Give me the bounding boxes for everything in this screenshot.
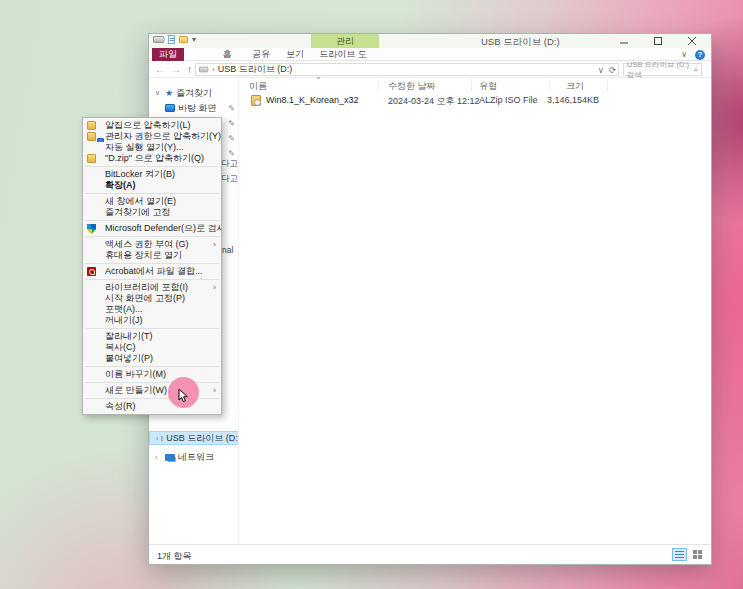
tab-share[interactable]: 공유 xyxy=(245,48,277,61)
context-menu: 알집으로 압축하기(L)관리자 권한으로 압축하기(Y)자동 실행 열기(Y).… xyxy=(82,117,222,415)
tab-file[interactable]: 파일 xyxy=(152,48,184,61)
column-header-name[interactable]: 이름 xyxy=(249,80,267,93)
menu-item-label: Acrobat에서 파일 결합... xyxy=(105,266,203,276)
menu-item-eject[interactable]: 꺼내기(J) xyxy=(83,315,221,326)
column-header-type[interactable]: 유형 xyxy=(479,80,497,93)
file-size: 3,146,154KB xyxy=(539,95,599,105)
expand-chevron-icon[interactable]: › xyxy=(156,435,158,442)
menu-item-expand[interactable]: 확장(A) xyxy=(83,180,221,191)
menu-item-label: 속성(R) xyxy=(105,401,136,411)
file-type: ALZip ISO File xyxy=(479,95,538,105)
desktop-label: 바탕 화면 xyxy=(178,102,217,115)
menu-item-label: 알집으로 압축하기(L) xyxy=(105,120,191,130)
column-divider[interactable] xyxy=(378,79,379,91)
file-list: ⌃ 이름 수정한 날짜 유형 크기 Win8.1_K_Korean_x32202… xyxy=(239,78,711,546)
menu-item-compress-as-admin[interactable]: 관리자 권한으로 압축하기(Y) xyxy=(83,131,221,142)
menu-item-cut[interactable]: 잘라내기(T) xyxy=(83,331,221,342)
breadcrumb-path[interactable]: USB 드라이브 (D:) xyxy=(218,63,293,76)
pin-icon: ✎ xyxy=(228,119,235,128)
menu-item-pin-to-start[interactable]: 시작 화면에 고정(P) xyxy=(83,293,221,304)
sidebar-item-desktop[interactable]: 바탕 화면 ✎ xyxy=(149,101,239,115)
maximize-button[interactable] xyxy=(641,34,675,48)
file-name: Win8.1_K_Korean_x32 xyxy=(266,95,359,105)
large-icons-view-button[interactable] xyxy=(690,548,705,561)
network-icon xyxy=(165,454,175,461)
menu-item-include-in-library[interactable]: 라이브러리에 포함(I)› xyxy=(83,282,221,293)
column-divider[interactable] xyxy=(471,79,472,91)
menu-item-paste[interactable]: 붙여넣기(P) xyxy=(83,353,221,364)
up-icon[interactable]: ↑ xyxy=(187,64,192,75)
help-icon[interactable]: ? xyxy=(695,50,705,60)
network-label: 네트워크 xyxy=(178,451,214,464)
properties-icon[interactable] xyxy=(168,35,175,44)
menu-item-open-in-new-window[interactable]: 새 창에서 열기(E) xyxy=(83,196,221,207)
status-bar: 1개 항목 xyxy=(149,544,711,564)
menu-item-rename[interactable]: 이름 바꾸기(M) xyxy=(83,369,221,380)
back-icon[interactable]: ← xyxy=(155,64,165,75)
column-headers: ⌃ 이름 수정한 날짜 유형 크기 xyxy=(239,78,711,92)
address-tools: ∨ ⟳ xyxy=(598,65,616,75)
minimize-button[interactable] xyxy=(607,34,641,48)
qat-customize-chevron-icon[interactable]: ▾ xyxy=(192,35,196,44)
menu-item-combine-files-in-acrobat[interactable]: Acrobat에서 파일 결합... xyxy=(83,266,221,277)
search-input[interactable]: USB 드라이브 (D:) 검색 ⌕ xyxy=(623,63,702,76)
menu-item-copy[interactable]: 복사(C) xyxy=(83,342,221,353)
quick-access-label: 즐겨찾기 xyxy=(176,87,212,100)
view-toggles xyxy=(672,548,705,561)
address-dropdown-icon[interactable]: ∨ xyxy=(598,65,604,75)
collapse-chevron-icon[interactable]: ∨ xyxy=(155,89,162,97)
menu-item-compress-with-alzip[interactable]: 알집으로 압축하기(L) xyxy=(83,120,221,131)
tab-view[interactable]: 보기 xyxy=(279,48,311,61)
menu-item-label: 라이브러리에 포함(I) xyxy=(105,282,188,292)
menu-item-label: 새로 만들기(W) xyxy=(105,385,167,395)
menu-item-turn-on-bitlocker[interactable]: BitLocker 켜기(B) xyxy=(83,169,221,180)
sidebar-item-fragment: 다고 xyxy=(221,173,238,185)
window-controls xyxy=(607,34,709,48)
submenu-arrow-icon: › xyxy=(213,385,216,396)
sidebar-item-fragment: 다고 xyxy=(221,158,238,170)
menu-item-label: 이름 바꾸기(M) xyxy=(105,369,166,379)
menu-item-new[interactable]: 새로 만들기(W)› xyxy=(83,385,221,396)
menu-item-properties[interactable]: 속성(R) xyxy=(83,401,221,412)
menu-item-scan-with-defender[interactable]: Microsoft Defender(으)로 검사... xyxy=(83,223,221,234)
table-row[interactable]: Win8.1_K_Korean_x322024-03-24 오후 12:12AL… xyxy=(239,93,711,107)
column-divider[interactable] xyxy=(549,79,550,91)
quick-access-star-icon: ★ xyxy=(165,89,173,98)
acrobat-icon xyxy=(87,267,96,276)
tab-drive-tools[interactable]: 드라이브 도구 xyxy=(317,48,369,61)
menu-item-label: 시작 화면에 고정(P) xyxy=(105,293,185,303)
pin-icon: ✎ xyxy=(228,104,235,113)
expand-ribbon-chevron-icon[interactable]: ∨ xyxy=(681,50,687,59)
alzip-admin-icon xyxy=(87,132,96,141)
breadcrumb[interactable]: › USB 드라이브 (D:) ∨ ⟳ xyxy=(195,63,619,76)
desktop-icon xyxy=(165,104,175,112)
manage-tab-group-label[interactable]: 관리 xyxy=(311,34,379,48)
menu-item-label: 새 창에서 열기(E) xyxy=(105,196,176,206)
menu-item-label: "D.zip" 으로 압축하기(Q) xyxy=(105,153,204,163)
column-divider[interactable] xyxy=(607,79,608,91)
menu-item-pin-to-quick-access[interactable]: 즐겨찾기에 고정 xyxy=(83,207,221,218)
sidebar-item-network[interactable]: › 네트워크 xyxy=(149,450,239,464)
forward-icon[interactable]: → xyxy=(171,64,181,75)
details-view-button[interactable] xyxy=(672,548,687,561)
expand-chevron-icon[interactable]: › xyxy=(155,454,162,461)
menu-item-give-access-to[interactable]: 액세스 권한 부여 (G)› xyxy=(83,239,221,250)
menu-item-open-as-portable-device[interactable]: 휴대용 장치로 열기 xyxy=(83,250,221,261)
menu-item-format[interactable]: 포맷(A)... xyxy=(83,304,221,315)
refresh-icon[interactable]: ⟳ xyxy=(609,65,616,75)
sidebar-item-quick-access[interactable]: ∨ ★ 즐겨찾기 xyxy=(149,86,239,100)
new-folder-icon[interactable] xyxy=(179,36,188,43)
tab-home[interactable]: 홈 xyxy=(211,48,243,61)
menu-item-label: 자동 실행 열기(Y)... xyxy=(105,142,184,152)
submenu-arrow-icon: › xyxy=(213,239,216,250)
column-header-size[interactable]: 크기 xyxy=(566,80,584,93)
alzip-icon xyxy=(87,121,96,130)
column-header-date[interactable]: 수정한 날짜 xyxy=(388,80,436,93)
menu-item-label: Microsoft Defender(으)로 검사... xyxy=(105,223,221,233)
menu-item-open-autoplay[interactable]: 자동 실행 열기(Y)... xyxy=(83,142,221,153)
menu-item-label: 꺼내기(J) xyxy=(105,315,143,325)
close-button[interactable] xyxy=(675,34,709,48)
address-bar: ← → ↑ › USB 드라이브 (D:) ∨ ⟳ USB 드라이브 (D:) … xyxy=(149,61,711,78)
menu-item-compress-to-dzip[interactable]: "D.zip" 으로 압축하기(Q) xyxy=(83,153,221,164)
sidebar-item-usb-drive[interactable]: › USB 드라이브 (D:) xyxy=(149,431,239,445)
